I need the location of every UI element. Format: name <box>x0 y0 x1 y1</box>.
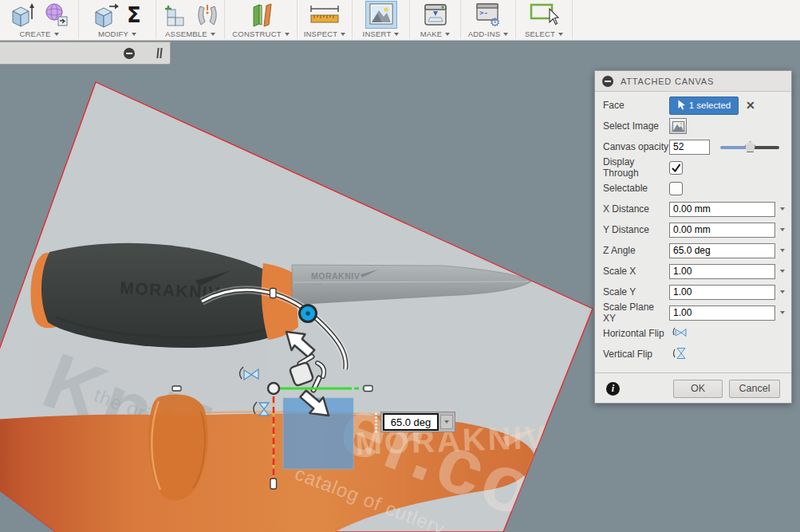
chevron-down-icon <box>444 420 449 424</box>
dialog-title: ATTACHED CANVAS <box>621 77 714 86</box>
display-through-checkbox[interactable] <box>669 161 683 175</box>
toolbar-group-assemble[interactable]: ASSEMBLE <box>156 0 225 39</box>
chevron-down-icon <box>341 33 345 36</box>
vertical-flip-icon <box>672 347 687 360</box>
opacity-input[interactable] <box>669 140 710 155</box>
y-axis-top-handle[interactable] <box>270 289 277 298</box>
press-pull-icon[interactable] <box>91 0 121 30</box>
scale-y-label: Scale Y <box>603 286 669 298</box>
cancel-button[interactable]: Cancel <box>729 380 780 398</box>
new-component-icon[interactable] <box>160 1 190 30</box>
chevron-down-icon[interactable] <box>780 290 785 294</box>
angle-input[interactable] <box>383 413 439 431</box>
y-distance-input[interactable] <box>669 223 775 238</box>
dialog-footer: i OK Cancel <box>595 372 791 404</box>
face-label: Face <box>603 100 669 111</box>
z-angle-label: Z Angle <box>603 245 669 256</box>
chevron-down-icon[interactable] <box>780 270 785 273</box>
horizontal-flip-button[interactable] <box>672 326 687 341</box>
toolbar-label-inspect[interactable]: INSPECT <box>304 30 346 38</box>
fusion-window: Knife the original & la MORAKNIV MORAKNI… <box>0 0 800 532</box>
chevron-down-icon[interactable] <box>780 311 785 314</box>
toolbar-group-create[interactable]: CREATE <box>0 0 79 39</box>
toolbar-group-select[interactable]: SELECT <box>516 0 573 39</box>
scale-x-input[interactable] <box>669 264 775 279</box>
angle-dropdown-button[interactable] <box>440 415 453 429</box>
toolbar-label-addins[interactable]: ADD-INS <box>468 30 508 38</box>
scale-y-input[interactable] <box>669 285 775 300</box>
toolbar-label-create[interactable]: CREATE <box>19 30 58 38</box>
row-y-distance: Y Distance <box>595 219 791 240</box>
resize-grip-icon[interactable] <box>157 48 161 58</box>
row-canvas-opacity: Canvas opacity <box>595 136 791 157</box>
info-icon[interactable]: i <box>606 382 620 396</box>
chevron-down-icon <box>558 33 563 36</box>
select-image-label: Select Image <box>603 120 669 132</box>
toolbar-group-insert[interactable]: INSERT <box>353 0 410 39</box>
toolbar-label-select[interactable]: SELECT <box>525 30 563 38</box>
chevron-down-icon <box>503 33 508 36</box>
z-angle-input[interactable] <box>669 243 775 258</box>
toolbar-label-construct[interactable]: CONSTRUCT <box>232 30 289 38</box>
vertical-flip-label: Vertical Flip <box>603 349 669 360</box>
toolbar-label-insert[interactable]: INSERT <box>363 30 400 38</box>
chevron-down-icon <box>54 33 59 36</box>
toolbar-group-inspect[interactable]: INSPECT <box>298 0 353 39</box>
x-distance-label: X Distance <box>603 203 669 215</box>
y-axis-bottom-handle[interactable] <box>270 479 277 489</box>
face-selection-button[interactable]: 1 selected <box>669 97 739 115</box>
toolbar-label-assemble[interactable]: ASSEMBLE <box>165 30 215 38</box>
3d-print-icon[interactable] <box>420 1 451 29</box>
select-image-button[interactable] <box>669 118 687 134</box>
joint-icon[interactable] <box>193 1 222 30</box>
dialog-collapse-icon[interactable] <box>602 76 613 87</box>
svg-text:⚙: ⚙ <box>490 15 500 27</box>
ok-button[interactable]: OK <box>673 380 723 398</box>
browser-bar[interactable] <box>0 41 171 65</box>
create-form-icon[interactable] <box>41 0 71 30</box>
opacity-slider[interactable] <box>720 140 779 153</box>
toolbar-group-modify[interactable]: Σ MODIFY <box>79 0 156 39</box>
select-tool-icon[interactable] <box>526 1 562 30</box>
cursor-icon <box>677 100 686 111</box>
row-display-through: Display Through <box>595 157 791 178</box>
ribbon-toolbar: CREATE Σ MODIFY <box>0 0 800 41</box>
row-z-angle: Z Angle <box>595 240 791 261</box>
toolbar-group-construct[interactable]: CONSTRUCT <box>225 0 298 39</box>
origin-handle[interactable] <box>268 383 279 394</box>
collapse-minus-icon[interactable] <box>124 48 135 59</box>
scale-plane-xy-input[interactable] <box>669 305 775 321</box>
toolbar-label-modify[interactable]: MODIFY <box>98 30 136 38</box>
scale-x-label: Scale X <box>603 266 669 277</box>
extrude-icon[interactable] <box>7 0 37 30</box>
sigma-parameters-icon[interactable]: Σ <box>124 3 144 27</box>
svg-text:>-: >- <box>479 9 488 17</box>
toolbar-group-make[interactable]: MAKE <box>410 0 461 39</box>
x-distance-input[interactable] <box>669 202 775 217</box>
row-select-image: Select Image <box>595 116 791 136</box>
horizontal-flip-icon <box>672 326 687 339</box>
dialog-header[interactable]: ATTACHED CANVAS <box>595 71 791 92</box>
measure-icon[interactable] <box>305 2 345 29</box>
vertical-flip-button[interactable] <box>672 347 687 362</box>
row-scale-y: Scale Y <box>595 282 791 302</box>
row-face: Face 1 selected ✕ <box>595 95 791 116</box>
insert-canvas-icon[interactable] <box>365 1 397 29</box>
chevron-down-icon[interactable] <box>780 228 785 231</box>
face-selection-count: 1 selected <box>689 100 731 110</box>
slider-handle[interactable] <box>745 141 755 152</box>
construct-plane-icon[interactable] <box>245 1 277 30</box>
toolbar-label-make[interactable]: MAKE <box>420 30 451 38</box>
row-scale-plane-xy: Scale Plane XY <box>595 302 791 323</box>
chevron-down-icon[interactable] <box>780 249 785 252</box>
row-vertical-flip: Vertical Flip <box>595 344 791 365</box>
selectable-checkbox[interactable] <box>669 182 683 195</box>
chevron-down-icon[interactable] <box>780 207 785 211</box>
chevron-down-icon <box>132 33 136 36</box>
x-axis-right-handle[interactable] <box>364 386 372 392</box>
scripts-addins-icon[interactable]: >- ⚙ <box>471 1 505 29</box>
row-x-distance: X Distance <box>595 199 791 219</box>
x-axis-left-handle[interactable] <box>172 386 181 391</box>
toolbar-group-addins[interactable]: >- ⚙ ADD-INS <box>461 0 516 39</box>
clear-selection-icon[interactable]: ✕ <box>746 100 755 111</box>
